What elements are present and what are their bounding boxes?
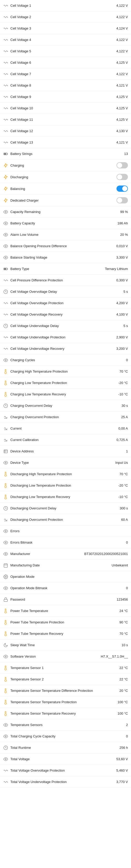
wave-icon-cell-voltage-1 [3, 3, 8, 8]
row-cell-voltage-2: Cell Voltage 2 4,122 V [0, 11, 131, 23]
label-battery-strings: Battery Strings [10, 152, 32, 156]
label-cell-voltage-overvoltage-protection: Cell Voltage Overvoltage Protection [10, 301, 63, 305]
row-cell-voltage-7: Cell Voltage 7 4,122 V [0, 68, 131, 80]
temp-icon-discharging-low-temp-protection [3, 483, 8, 488]
value-cell-voltage-8: 4,121 V [116, 84, 128, 87]
eye-icon-total-charging-cycle-capacity [3, 734, 8, 739]
svg-rect-27 [4, 599, 7, 601]
label-temp-sensor-temp-diff-protection: Temperature Sensor Temperature Differenc… [10, 689, 93, 692]
value-battery-capacity: 186 Ah [118, 221, 128, 225]
row-password: Password 123456 [0, 594, 131, 605]
settings-icon-operation-mode [3, 574, 8, 579]
row-current-calibration: Current Calibration 0,725 A [0, 434, 131, 446]
label-charging-overcurrent-protection: Charging Overcurrent Protection [10, 415, 59, 419]
temp-icon-power-tube-temp-protection [3, 620, 8, 625]
bolt-icon-dedicated-charger [3, 198, 8, 203]
label-charging-low-temp-protection: Charging Low Temperature Protection [10, 381, 67, 385]
value-cell-voltage-7: 4,122 V [116, 72, 128, 76]
value-total-charging-cycle-capacity: 0 [126, 734, 128, 738]
row-cell-voltage-4: Cell Voltage 4 4,122 V [0, 34, 131, 45]
label-manufacturer: Manufacturer [10, 552, 30, 556]
temp-icon-charging-high-temp-protection [3, 369, 8, 374]
value-cell-voltage-13: 4,121 V [116, 141, 128, 144]
value-charging-overcurrent-delay: 30 s [122, 404, 128, 408]
label-cell-voltage-overvoltage-delay: Cell Voltage Overvoltage Delay [10, 290, 57, 293]
value-charging-high-temp-protection: 70 °C [119, 370, 128, 373]
label-total-voltage-overvoltage-protection: Total Voltage Overvoltage Protection [10, 769, 65, 772]
row-battery-type: Battery Type Ternary Lithium [0, 263, 131, 275]
label-manufacturing-date: Manufacturing Date [10, 563, 40, 567]
label-balancing: Balancing [10, 187, 25, 191]
eye-icon-errors-bitmask [3, 540, 8, 545]
svg-point-19 [5, 542, 6, 543]
value-balance-starting-voltage: 3,300 V [116, 255, 128, 259]
value-cell-voltage-10: 4,125 V [116, 106, 128, 110]
svg-point-32 [5, 758, 6, 760]
label-cell-voltage-10: Cell Voltage 10 [10, 106, 33, 110]
label-cell-voltage-1: Cell Voltage 1 [10, 4, 31, 7]
label-cell-voltage-6: Cell Voltage 6 [10, 61, 31, 64]
row-temperature-sensor-1: Temperature Sensor 1 22 °C [0, 662, 131, 674]
label-current: Current [10, 427, 22, 430]
eye-icon-manufacturer [3, 551, 8, 557]
toggle-balancing[interactable] [117, 186, 128, 192]
calendar-icon-manufacturing-date [3, 563, 8, 568]
wave-icon-cell-voltage-7 [3, 71, 8, 77]
label-charging: Charging [10, 163, 24, 167]
toggle-charging[interactable] [117, 162, 128, 168]
row-cell-voltage-3: Cell Voltage 3 4,124 V [0, 23, 131, 34]
value-capacity-remaining: 99 % [120, 210, 128, 214]
wave-icon-cell-pressure-diff-protection [3, 278, 8, 283]
value-cell-voltage-overvoltage-delay: 5 s [124, 290, 128, 293]
label-discharging: Discharging [10, 175, 28, 179]
value-cell-voltage-overvoltage-recovery: 4,100 V [116, 312, 128, 316]
label-errors-bitmask: Errors Bitmask [10, 540, 32, 545]
wave-icon-cell-voltage-2 [3, 14, 8, 20]
row-cell-voltage-1: Cell Voltage 1 4,122 V [0, 0, 131, 11]
svg-point-4 [5, 234, 6, 235]
wave-icon-cell-voltage-undervoltage-protection [3, 335, 8, 340]
value-device-type: Input Us [116, 461, 128, 465]
toggle-dedicated-charger[interactable] [117, 197, 128, 204]
eye-icon-balance-opening-pressure [3, 244, 8, 249]
value-balance-opening-pressure: 0,010 V [116, 244, 128, 248]
value-current: 0,00 A [118, 427, 128, 430]
row-power-tube-temp-protection: Power Tube Temperature Protection 90 °C [0, 617, 131, 628]
value-charging-cycles: 0 [126, 358, 128, 362]
label-total-charging-cycle-capacity: Total Charging Cycle Capacity [10, 734, 56, 738]
wave-icon-cell-voltage-6 [3, 60, 8, 65]
label-total-runtime: Total Runtime [10, 746, 31, 750]
row-charging-cycles: Charging Cycles 0 [0, 354, 131, 366]
label-cell-voltage-9: Cell Voltage 9 [10, 95, 31, 99]
row-charging-low-temp-recovery: Charging Low Temperature Recovery -10 °C [0, 389, 131, 400]
row-charging-overcurrent-protection: Charging Overcurrent Protection 25 A [0, 411, 131, 423]
label-cell-voltage-undervoltage-protection: Cell Voltage Undervoltage Protection [10, 335, 65, 339]
label-temp-sensor-temp-recovery: Temperature Sensor Temperature Recovery [10, 712, 76, 715]
eye-icon-charging-cycles [3, 358, 8, 363]
label-charging-overcurrent-delay: Charging Overcurrent Delay [10, 404, 52, 408]
svg-point-20 [5, 553, 6, 555]
value-errors-bitmask: 0 [126, 540, 128, 545]
label-cell-voltage-13: Cell Voltage 13 [10, 141, 33, 144]
clock-icon-discharging-overcurrent-delay [3, 506, 8, 511]
value-cell-voltage-overvoltage-protection: 4,200 V [116, 301, 128, 305]
row-discharging-low-temp-recovery: Discharging Low Temperature Recovery -10… [0, 491, 131, 503]
row-temperature-sensor-2: Temperature Sensor 2 22 °C [0, 674, 131, 685]
battery-icon-battery-strings [3, 151, 8, 156]
value-operation-mode-bitmask: 0 [126, 586, 128, 590]
svg-point-2 [5, 211, 6, 213]
row-cell-voltage-undervoltage-delay: Cell Voltage Undervoltage Delay 5 s [0, 320, 131, 332]
row-device-type: Device Type Input Us [0, 457, 131, 468]
wave-icon-cell-voltage-overvoltage-protection [3, 301, 8, 306]
wave-icon-cell-voltage-12 [3, 128, 8, 134]
value-cell-voltage-6: 4,125 V [116, 61, 128, 64]
row-discharging-overcurrent-protection: Discharging Overcurrent Protection 60 A [0, 514, 131, 525]
value-total-voltage: 53,60 V [116, 757, 128, 761]
label-cell-voltage-11: Cell Voltage 11 [10, 118, 33, 122]
toggle-discharging[interactable] [117, 174, 128, 180]
value-discharging-low-temp-protection: -20 °C [118, 484, 128, 487]
row-capacity-remaining: Capacity Remaining 99 % [0, 206, 131, 218]
value-cell-voltage-11: 4,125 V [116, 118, 128, 122]
svg-rect-13 [4, 450, 7, 453]
row-charging: Charging [0, 160, 131, 171]
